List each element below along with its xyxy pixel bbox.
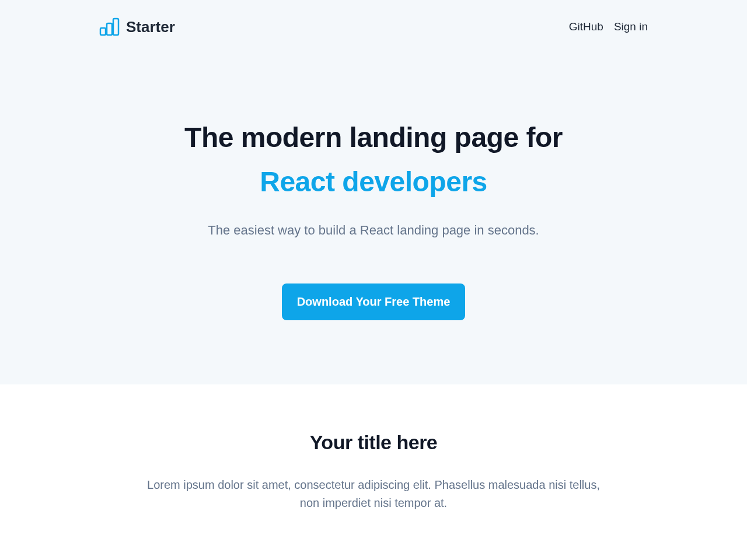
brand-name: Starter [126, 18, 175, 36]
features-description: Lorem ipsum dolor sit amet, consectetur … [140, 476, 607, 512]
features-section: Your title here Lorem ipsum dolor sit am… [0, 384, 747, 559]
nav-link-github[interactable]: GitHub [569, 20, 603, 33]
hero-subtitle: The easiest way to build a React landing… [93, 223, 654, 238]
hero-content: The modern landing page for React develo… [93, 121, 654, 320]
features-title: Your title here [93, 431, 654, 454]
hero-title-line2: React developers [93, 165, 654, 199]
download-button[interactable]: Download Your Free Theme [282, 284, 466, 320]
hero-title-line1: The modern landing page for [93, 121, 654, 155]
navbar: Starter GitHub Sign in [93, 18, 654, 36]
bar-chart-icon [99, 18, 120, 36]
svg-rect-1 [107, 23, 112, 35]
hero-section: Starter GitHub Sign in The modern landin… [0, 0, 747, 384]
svg-rect-2 [113, 19, 118, 35]
logo[interactable]: Starter [99, 18, 175, 36]
svg-rect-0 [100, 28, 106, 35]
nav-link-signin[interactable]: Sign in [614, 20, 648, 33]
nav-links: GitHub Sign in [569, 20, 648, 33]
